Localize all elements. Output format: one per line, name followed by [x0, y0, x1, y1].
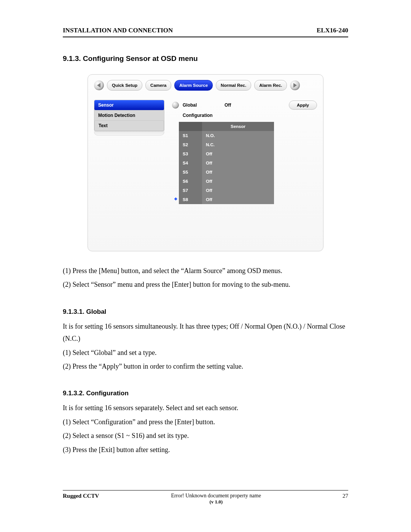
- sensor-value-cell: Off: [202, 195, 274, 204]
- sidebar-tail-decoration: [94, 131, 164, 136]
- configuration-label: Configuration: [183, 113, 317, 118]
- tab-alarm-rec[interactable]: Alarm Rec.: [254, 80, 287, 91]
- sensor-table: Sensor S1N.O.S2N.C.S3OffS4OffS5OffS6OffS…: [179, 122, 274, 204]
- sensor-id-cell: S4: [179, 158, 202, 168]
- table-row[interactable]: S4Off: [179, 158, 274, 168]
- sensor-value-cell: N.C.: [202, 140, 274, 149]
- tab-normal-rec[interactable]: Normal Rec.: [216, 80, 251, 91]
- table-row[interactable]: S2N.C.: [179, 140, 274, 149]
- config-step-3: (3) Press the [Exit] button after settin…: [63, 444, 348, 456]
- footer-center: Error! Unknown document property name (v…: [99, 493, 333, 505]
- sensor-id-cell: S2: [179, 140, 202, 149]
- page-header: INSTALLATION AND CONNECTION ELX16-240: [63, 27, 348, 37]
- global-value[interactable]: Off: [225, 102, 259, 108]
- footer-center-bottom: (v 1.0): [209, 499, 223, 505]
- page-footer: Rugged CCTV Error! Unknown document prop…: [63, 490, 348, 505]
- nav-prev-button[interactable]: [94, 80, 104, 90]
- config-desc: It is for setting 16 sensors separately.…: [63, 402, 348, 414]
- table-row[interactable]: S3Off: [179, 149, 274, 158]
- instruction-1: (1) Press the [Menu] button, and select …: [63, 265, 348, 277]
- sensor-value-cell: Off: [202, 149, 274, 158]
- footer-center-top: Error! Unknown document property name: [171, 493, 261, 498]
- sensor-value-cell: Off: [202, 186, 274, 195]
- subsection-global-heading: 9.1.3.1. Global: [63, 308, 348, 316]
- global-step-2: (2) Press the “Apply” button in order to…: [63, 360, 348, 372]
- osd-sidebar: Sensor Motion Detection Text: [94, 100, 164, 204]
- header-divider: [63, 37, 348, 37]
- sensor-table-header: Sensor: [202, 122, 274, 131]
- section-heading: 9.1.3. Configuring Sensor at OSD menu: [63, 54, 348, 63]
- nav-next-button[interactable]: [290, 80, 300, 90]
- osd-top-nav: Quick Setup Camera Alarm Source Normal R…: [94, 80, 317, 91]
- sensor-value-cell: N.O.: [202, 131, 274, 140]
- table-row[interactable]: S6Off: [179, 177, 274, 186]
- sensor-value-cell: Off: [202, 158, 274, 168]
- sidebar-item-text[interactable]: Text: [94, 120, 164, 131]
- global-step-1: (1) Select “Global” and set a type.: [63, 347, 348, 359]
- global-desc: It is for setting 16 sensors simultaneou…: [63, 320, 348, 345]
- table-row[interactable]: S5Off: [179, 168, 274, 177]
- sidebar-item-motion-detection[interactable]: Motion Detection: [94, 110, 164, 120]
- sensor-table-header-blank: [179, 122, 202, 131]
- sidebar-item-sensor[interactable]: Sensor: [94, 100, 164, 110]
- sensor-id-cell: S7: [179, 186, 202, 195]
- instruction-2: (2) Select “Sensor” menu and press the […: [63, 278, 348, 291]
- document-page: INSTALLATION AND CONNECTION ELX16-240 9.…: [0, 0, 411, 520]
- config-step-1: (1) Select “Configuration” and press the…: [63, 416, 348, 428]
- apply-button[interactable]: Apply: [289, 101, 317, 110]
- footer-left: Rugged CCTV: [63, 493, 99, 499]
- table-row[interactable]: S1N.O.: [179, 131, 274, 140]
- sensor-id-cell: S1: [179, 131, 202, 140]
- table-row[interactable]: S7Off: [179, 186, 274, 195]
- globe-icon: [172, 102, 179, 109]
- sensor-id-cell: S8: [179, 195, 202, 204]
- subsection-configuration-heading: 9.1.3.2. Configuration: [63, 390, 348, 397]
- table-row[interactable]: S8Off: [179, 195, 274, 204]
- header-right: ELX16-240: [317, 27, 348, 34]
- tab-camera[interactable]: Camera: [145, 80, 171, 91]
- osd-panel: Quick Setup Camera Alarm Source Normal R…: [88, 74, 323, 251]
- sensor-id-cell: S5: [179, 168, 202, 177]
- global-row: Global Off Apply: [171, 100, 317, 110]
- sensor-id-cell: S6: [179, 177, 202, 186]
- footer-page-number: 27: [333, 493, 348, 499]
- osd-main-area: Global Off Apply Configuration Sensor S1…: [171, 100, 317, 204]
- sensor-value-cell: Off: [202, 168, 274, 177]
- tab-alarm-source[interactable]: Alarm Source: [174, 80, 213, 91]
- global-label: Global: [183, 102, 221, 108]
- header-left: INSTALLATION AND CONNECTION: [63, 27, 173, 34]
- tab-quick-setup[interactable]: Quick Setup: [107, 80, 142, 91]
- config-step-2: (2) Select a sensor (S1 ~ S16) and set i…: [63, 430, 348, 442]
- sensor-id-cell: S3: [179, 149, 202, 158]
- osd-body: Sensor Motion Detection Text Global Off …: [94, 100, 317, 204]
- sensor-value-cell: Off: [202, 177, 274, 186]
